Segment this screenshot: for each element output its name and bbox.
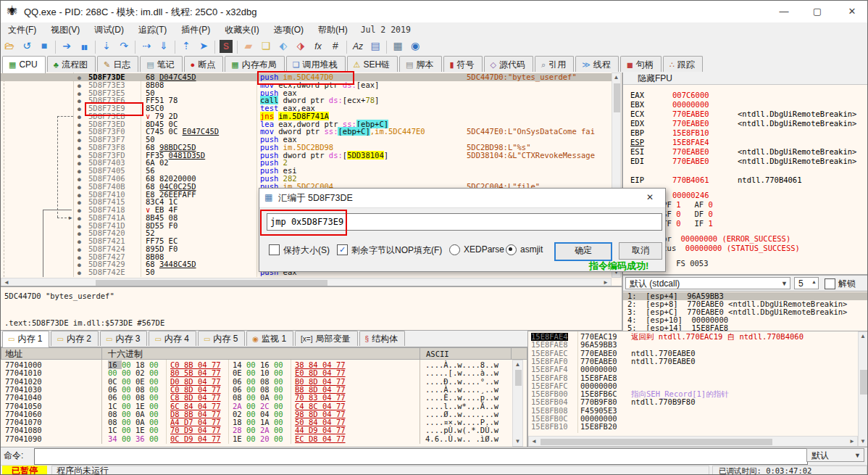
xedparse-radio[interactable] [449,244,460,255]
run-icon[interactable]: ➔ [58,38,75,54]
scroll-down-icon[interactable]: ▼ [513,438,522,445]
report-icon[interactable]: ▤ [367,38,384,54]
tab-笔记[interactable]: ▤笔记 [140,56,182,72]
title-bar[interactable]: 🕷 QQ.exe - PID: 268C - 模块: im.dll - 线程: … [1,1,868,23]
keep-size-checkbox[interactable] [269,244,280,255]
scroll-down-icon[interactable]: ▼ [859,438,867,445]
tab-日志[interactable]: ✎日志 [97,56,138,72]
tab-内存 1[interactable]: ▭内存 1 [2,331,49,347]
disasm-row[interactable]: ●5D8F73E38B08mov ecx,dword ptr ds:[eax] [1,81,612,89]
scroll-right-icon[interactable]: ► [849,438,855,445]
step-over-icon[interactable]: ↷ [115,38,133,54]
maximize-button[interactable]: ▢ [805,4,830,20]
scroll-thumb[interactable] [614,83,620,112]
memory-dump-pane[interactable]: 地址十六进制ASCII7704100016 00 18 00C0 8B 04 7… [1,347,527,447]
step-into-icon[interactable]: ⇣ [98,38,115,54]
menu-item[interactable]: 追踪(T) [131,22,174,38]
menu-item[interactable]: 插件(P) [174,22,217,38]
register-row[interactable]: EDX770EABE0<ntdll.DbgUiRemoteBreakin> [623,120,868,129]
tab-调用堆栈[interactable]: ❏调用堆栈 [286,56,346,72]
scroll-up-icon[interactable]: ▲ [612,74,620,81]
calculator-icon[interactable]: ▦ [389,38,406,54]
tab-内存 2[interactable]: ▭内存 2 [51,331,98,346]
tab-结构体[interactable]: §结构体 [359,331,406,346]
tab-源代码[interactable]: ◇源代码 [484,56,533,72]
scroll-up-icon[interactable]: ▲ [859,333,867,340]
nop-fill-checkbox[interactable]: ✓ [337,244,348,255]
command-profile-select[interactable]: 默认 ▼ [806,448,864,462]
menu-item[interactable]: 选项(O) [267,22,311,38]
command-input[interactable] [34,448,808,465]
tab-跟踪[interactable]: ∴跟踪 [663,56,703,72]
menu-item[interactable]: 收藏夹(I) [217,22,266,38]
memory-header-hex[interactable]: 十六进制 [101,347,420,360]
assemble-instruction-input[interactable] [267,213,662,231]
register-row[interactable]: EIP770B4061ntdll.770B4061 [623,176,868,186]
tab-脚本[interactable]: ▤脚本 [399,56,441,72]
scroll-thumb[interactable] [541,439,772,445]
cancel-button[interactable]: 取消 [619,242,662,260]
menu-item[interactable]: 视图(V) [43,22,87,38]
pause-icon[interactable]: ▮▮ [75,39,93,55]
stepping-s-icon[interactable]: S [220,40,233,53]
execute-to-return-icon[interactable]: ⇡ [178,38,195,54]
scroll-thumb[interactable] [515,370,522,386]
scroll-thumb[interactable] [96,280,327,286]
stack-pane[interactable]: 15E8FAE4770EAC19返回到 ntdll.770EAC19 自 ntd… [527,331,868,447]
scroll-left-icon[interactable]: ◄ [4,279,9,286]
tab-内存 4[interactable]: ▭内存 4 [149,331,196,346]
open-folder-icon[interactable]: 🗁 [1,38,18,54]
tab-SEH链[interactable]: ⚠SEH链 [347,56,398,72]
run-to-cursor-icon[interactable]: ⇢ [138,38,155,54]
arg-count-stepper[interactable]: 5 ▲▼ [794,277,819,289]
asmjit-radio[interactable] [506,244,517,255]
register-row[interactable]: EDI770EABE0<ntdll.DbgUiRemoteBreakin> [623,157,868,167]
tab-线程[interactable]: ≫线程 [575,56,619,72]
scroll-up-icon[interactable]: ▲ [513,361,522,368]
tab-引用[interactable]: ⌕引用 [535,56,574,72]
tab-断点[interactable]: ●断点 [184,56,224,72]
stack-vscrollbar[interactable]: ▲▼ [858,331,868,447]
run-to-user-code-icon[interactable]: ➤ [195,38,212,54]
patch-icon[interactable]: ▰ [240,38,257,54]
scroll-right-icon[interactable]: ► [603,279,609,286]
restart-icon[interactable]: ↺ [18,38,36,54]
memory-header-address[interactable]: 地址 [1,347,102,360]
unlock-checkbox[interactable] [825,278,835,289]
tab-句柄[interactable]: ◼句柄 [620,56,662,72]
close-button[interactable]: ✕ [840,4,864,20]
hash-icon[interactable]: # [327,38,344,54]
tab-内存布局[interactable]: ▦内存布局 [225,56,284,72]
hide-fpu-header[interactable]: 隐藏FPU [623,73,868,85]
minimize-button[interactable]: — [772,4,796,20]
scroll-left-icon[interactable]: ◄ [531,438,537,445]
tab-局部变量[interactable]: [x=]局部变量 [295,331,357,346]
tab-符号[interactable]: ▮符号 [443,56,483,72]
menu-item[interactable]: 调试(D) [87,22,131,38]
menu-item[interactable]: 帮助(H) [311,22,355,38]
globe-icon[interactable]: ◉ [406,38,424,54]
function-icon[interactable]: fx [309,38,327,54]
tab-CPU[interactable]: ▦CPU [2,56,46,73]
stack-hscrollbar[interactable]: ◄► [528,436,858,447]
case-icon[interactable]: Az [349,38,367,54]
breakpoint-dot[interactable]: ● [78,269,81,277]
register-row[interactable]: EBP15E8FB10 [623,129,868,139]
calling-convention-select[interactable]: 默认 (stdcall) ▼ [625,277,790,289]
tab-流程图[interactable]: ♣流程图 [47,56,96,72]
tab-监视 1[interactable]: ◉监视 1 [246,331,293,346]
disasm-hscrollbar[interactable]: ◄► [1,278,612,286]
dialog-close-icon[interactable]: ✕ [646,192,654,202]
register-row[interactable]: EAX007C6000 [623,91,868,101]
memory-row[interactable]: 7704109034 00 36 000C D9 04 771E 00 20 0… [1,435,511,443]
bookmark-icon[interactable]: ⬗ [292,38,309,54]
dialog-title-bar[interactable]: ▦ 汇编于 5D8F73DE ✕ [259,189,665,208]
step-into-alt-icon[interactable]: ⇓ [155,38,172,54]
memory-header-ascii[interactable]: ASCII [420,347,512,360]
menu-item[interactable]: 文件(F) [1,22,43,38]
memory-vscrollbar[interactable]: ▲▼ [512,360,523,447]
tab-内存 5[interactable]: ▭内存 5 [198,331,245,346]
label-icon[interactable]: ⬖ [275,38,292,54]
tab-内存 3[interactable]: ▭内存 3 [100,331,147,346]
ok-button[interactable]: 确定 [554,242,612,261]
